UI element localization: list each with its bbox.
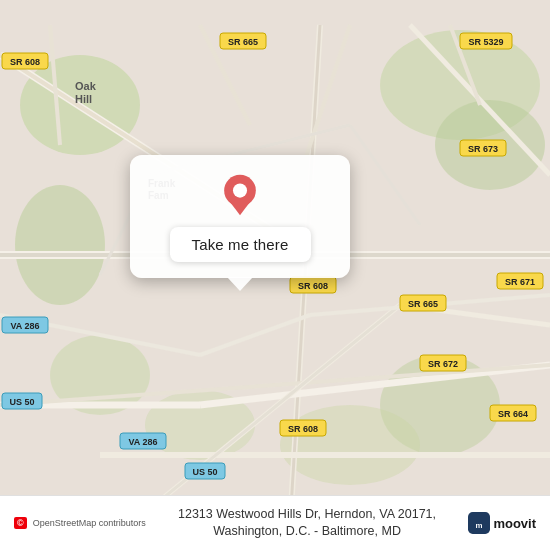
svg-text:SR 672: SR 672: [428, 359, 458, 369]
svg-text:Oak: Oak: [75, 80, 97, 92]
location-pin-icon: [218, 173, 262, 217]
osm-logo: ©: [14, 517, 27, 529]
svg-text:SR 665: SR 665: [228, 37, 258, 47]
svg-text:m: m: [476, 521, 483, 530]
svg-text:SR 665: SR 665: [408, 299, 438, 309]
svg-text:SR 673: SR 673: [468, 144, 498, 154]
svg-text:US 50: US 50: [9, 397, 34, 407]
osm-text: OpenStreetMap contributors: [33, 518, 146, 528]
svg-text:VA 286: VA 286: [128, 437, 157, 447]
svg-text:SR 608: SR 608: [288, 424, 318, 434]
address-line1: 12313 Westwood Hills Dr, Herndon, VA 201…: [178, 507, 436, 521]
svg-text:US 50: US 50: [192, 467, 217, 477]
moovit-name: moovit: [493, 516, 536, 531]
svg-point-66: [233, 184, 247, 198]
svg-point-4: [15, 185, 105, 305]
svg-text:SR 671: SR 671: [505, 277, 535, 287]
svg-marker-67: [229, 201, 250, 215]
address-line2: Washington, D.C. - Baltimore, MD: [213, 524, 401, 538]
svg-point-7: [280, 405, 420, 485]
svg-text:SR 664: SR 664: [498, 409, 528, 419]
moovit-icon: m: [468, 512, 490, 534]
svg-text:Hill: Hill: [75, 93, 92, 105]
svg-text:VA 286: VA 286: [10, 321, 39, 331]
address-text: 12313 Westwood Hills Dr, Herndon, VA 201…: [146, 506, 469, 540]
callout-bubble: Take me there: [130, 155, 350, 278]
bottom-bar: © OpenStreetMap contributors 12313 Westw…: [0, 495, 550, 550]
moovit-logo: m moovit: [468, 512, 536, 534]
svg-text:SR 5329: SR 5329: [468, 37, 503, 47]
svg-text:SR 608: SR 608: [298, 281, 328, 291]
take-me-there-button[interactable]: Take me there: [170, 227, 311, 262]
osm-attribution: © OpenStreetMap contributors: [14, 517, 146, 529]
svg-text:SR 608: SR 608: [10, 57, 40, 67]
map-container: SR 608 SR 665 SR 5329 SR 673 SR 665 SR 6…: [0, 0, 550, 550]
